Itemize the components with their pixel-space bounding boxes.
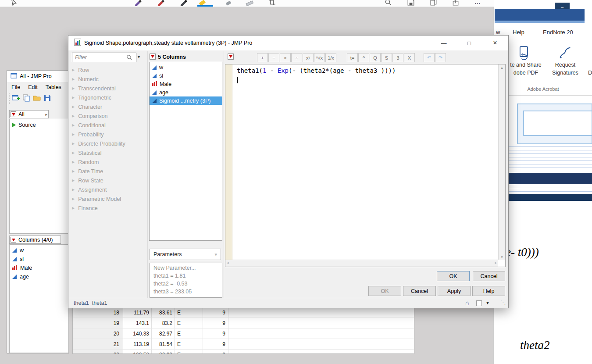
column-item-sl[interactable]: sl [10,255,68,264]
status-dropdown-icon[interactable]: ▼ [485,300,490,305]
save-icon[interactable] [407,0,415,6]
cell-age[interactable]: 9 [203,350,228,354]
request-signatures-label-1[interactable]: Request [546,62,585,68]
formula-canvas[interactable]: theta1(1 - Exp(- (theta2*(age - theta3 )… [232,64,498,260]
home-icon[interactable]: ⌂ [465,299,469,307]
row-number-cell[interactable]: 19 [73,318,123,328]
category-row[interactable]: ▶Row [72,65,144,75]
cell-sl[interactable]: 83.61 [152,307,175,318]
parameters-dropdown[interactable]: Parameters ▾ [150,249,221,260]
menu-edit[interactable]: Edit [28,84,38,90]
new-parameter-item[interactable]: New Parameter... [150,264,222,272]
cell-empty[interactable] [228,318,414,328]
parameter-theta1[interactable]: theta1 = 1.81 [150,272,222,280]
op-plus-button[interactable]: + [257,53,268,62]
cursor-tool-icon[interactable] [10,0,18,6]
cell-male[interactable]: E [175,307,203,318]
close-button[interactable]: × [488,38,502,48]
red-triangle-button[interactable] [11,111,16,117]
cell-empty[interactable] [228,307,414,318]
category-row-state[interactable]: ▶Row State [72,176,144,185]
share-icon[interactable] [452,0,460,6]
category-date-time[interactable]: ▶Date Time [72,167,144,176]
formula-text[interactable]: theta1(1 - Exp(- (theta2*(age - theta3 )… [237,67,396,74]
category-finance[interactable]: ▶Finance [72,203,144,213]
save-file-icon[interactable] [43,94,51,103]
category-transcendental[interactable]: ▶Transcendental [72,84,144,93]
more-options-icon[interactable]: ⋯ [474,0,482,7]
help-button[interactable]: Help [472,286,505,296]
category-assignment[interactable]: ▶Assignment [72,185,144,194]
minimize-button[interactable]: — [437,38,451,48]
cell-w[interactable]: 140.33 [123,328,152,339]
category-statistical[interactable]: ▶Statistical [72,148,144,157]
open-folder-icon[interactable] [33,94,41,103]
row-number-cell[interactable]: 20 [73,328,123,339]
category-character[interactable]: ▶Character [72,102,144,111]
row-number-cell[interactable]: 21 [73,339,123,349]
formula-ok-button[interactable]: OK [437,271,470,281]
cell-w[interactable]: 143.1 [123,318,152,328]
cell-w[interactable]: 113.19 [123,339,152,349]
scroll-up-icon[interactable]: ▴ [499,64,505,71]
cell-age[interactable]: 9 [203,339,228,349]
category-discrete-probability[interactable]: ▶Discrete Probability [72,139,144,148]
search-icon[interactable] [384,0,392,6]
panel-dock-arrow-icon[interactable]: ▸ [45,112,48,117]
op-divide-button[interactable]: ÷ [291,53,302,62]
op-power-button[interactable]: xʸ [303,53,314,62]
new-table-icon[interactable] [12,94,20,103]
red-triangle-button[interactable] [150,54,156,60]
cell-sl[interactable]: 81.54 [152,339,175,349]
menu-file[interactable]: File [11,84,20,90]
vertical-scrollbar[interactable]: ▴ ▾ [498,64,505,260]
category-numeric[interactable]: ▶Numeric [72,75,144,84]
parameter-theta3[interactable]: theta3 = 233.05 [150,288,222,296]
column-option-sl[interactable]: sl [150,71,222,80]
eraser-icon[interactable] [225,0,232,6]
scroll-left-icon[interactable]: ◂ [227,261,229,265]
ruler-icon[interactable] [246,0,253,6]
maximize-button[interactable]: □ [462,38,476,48]
pages-icon[interactable] [430,0,438,6]
menu-endnote[interactable]: EndNote 20 [543,29,573,36]
row-number-cell[interactable]: 18 [73,307,123,318]
pen-red-icon[interactable] [157,0,164,6]
row-number-cell[interactable]: 22 [73,350,123,354]
cell-sl[interactable]: 80.93 [152,350,175,354]
column-item-w[interactable]: w [10,246,68,255]
cell-male[interactable]: E [175,318,203,328]
category-random[interactable]: ▶Random [72,157,144,167]
scroll-down-icon[interactable]: ▾ [499,255,505,259]
category-conditional[interactable]: ▶Conditional [72,121,144,130]
column-option-sigmoid-selected[interactable]: Sigmoid ...metry (3P) [150,96,222,105]
cell-empty[interactable] [228,339,414,349]
cancel-button[interactable]: Cancel [403,286,436,296]
pen-black-icon[interactable] [179,0,187,6]
pen-purple-icon[interactable] [134,0,142,6]
source-item[interactable]: Source [10,121,68,129]
resize-grip[interactable]: ⋱ [500,300,506,306]
horizontal-scrollbar[interactable]: ◂ ▸ [225,260,498,267]
menu-partial[interactable]: w [496,29,500,36]
column-option-w[interactable]: w [150,63,222,71]
peel-button[interactable]: ^ [358,53,369,62]
cell-male[interactable]: E [175,339,203,349]
create-share-pdf-icon[interactable] [518,46,530,62]
cell-empty[interactable] [228,350,414,354]
create-share-label-1[interactable]: te and Share [502,62,550,68]
column-item-age[interactable]: age [10,272,68,281]
cell-male[interactable]: E [175,328,203,339]
request-signatures-icon[interactable] [559,46,572,62]
parameter-theta2[interactable]: theta2 = -0.53 [150,280,222,288]
undo-button[interactable]: ↶ [424,53,435,62]
cell-age[interactable]: 9 [203,318,228,328]
cell-w[interactable]: 111.79 [123,307,152,318]
cell-sl[interactable]: 82.97 [152,328,175,339]
rotate-button[interactable]: 3 [392,53,403,62]
menu-tables[interactable]: Tables [46,84,61,90]
clear-button[interactable]: X [404,53,415,62]
category-trigonometric[interactable]: ▶Trigonometric [72,93,144,102]
crop-tool-icon[interactable] [268,0,276,6]
cell-age[interactable]: 9 [203,328,228,339]
